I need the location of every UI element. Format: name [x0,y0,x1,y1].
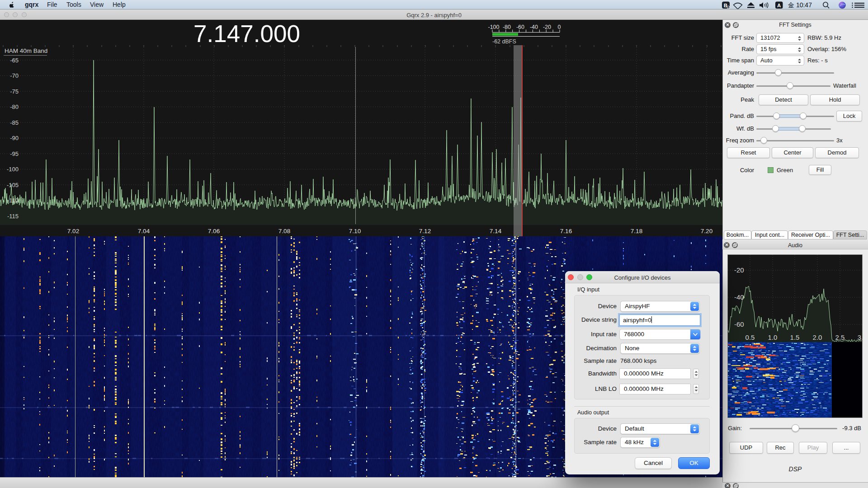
svg-text:-20: -20 [734,266,744,274]
svg-text:7.18: 7.18 [631,228,642,235]
svg-text:-110: -110 [7,197,19,204]
svg-text:金 10:47: 金 10:47 [788,1,812,9]
svg-text:0: 0 [558,24,561,30]
svg-text:-20: -20 [543,24,551,30]
svg-text:-80: -80 [10,103,19,110]
svg-text:-100: -100 [488,24,499,30]
svg-text:HAM 40m Band: HAM 40m Band [5,47,47,54]
svg-text:7.16: 7.16 [560,228,572,235]
svg-text:-70: -70 [10,72,19,79]
svg-text:-115: -115 [7,213,19,220]
svg-text:7.147.000: 7.147.000 [193,20,300,47]
svg-text:A: A [777,3,781,8]
svg-text:-90: -90 [10,135,19,141]
svg-text:7.04: 7.04 [138,228,150,235]
svg-text:-60: -60 [516,24,524,30]
svg-text:7.06: 7.06 [208,228,220,235]
svg-text:2.0: 2.0 [813,333,822,341]
svg-text:-105: -105 [7,182,19,188]
svg-text:-40: -40 [530,24,538,30]
svg-text:-40: -40 [734,293,744,301]
svg-text:1.5: 1.5 [790,333,800,341]
svg-text:-80: -80 [503,24,511,30]
svg-text:-62 dBFS: -62 dBFS [492,38,516,45]
svg-text:7.10: 7.10 [349,228,361,235]
svg-text:1.0: 1.0 [768,333,778,341]
svg-text:7.14: 7.14 [490,228,502,235]
svg-text:-85: -85 [10,119,19,126]
svg-text:-60: -60 [734,320,744,328]
svg-text:7.08: 7.08 [278,228,290,235]
svg-text:-65: -65 [10,57,19,64]
svg-text:-75: -75 [10,88,19,95]
svg-text:3.: 3. [858,333,862,341]
svg-text:-100: -100 [7,166,19,173]
svg-text:2.5: 2.5 [835,333,845,341]
svg-text:0.5: 0.5 [745,333,755,341]
svg-text:7.12: 7.12 [419,228,431,235]
svg-text:7.20: 7.20 [701,228,712,235]
svg-text:7.02: 7.02 [67,228,79,235]
svg-text:-95: -95 [10,150,19,157]
